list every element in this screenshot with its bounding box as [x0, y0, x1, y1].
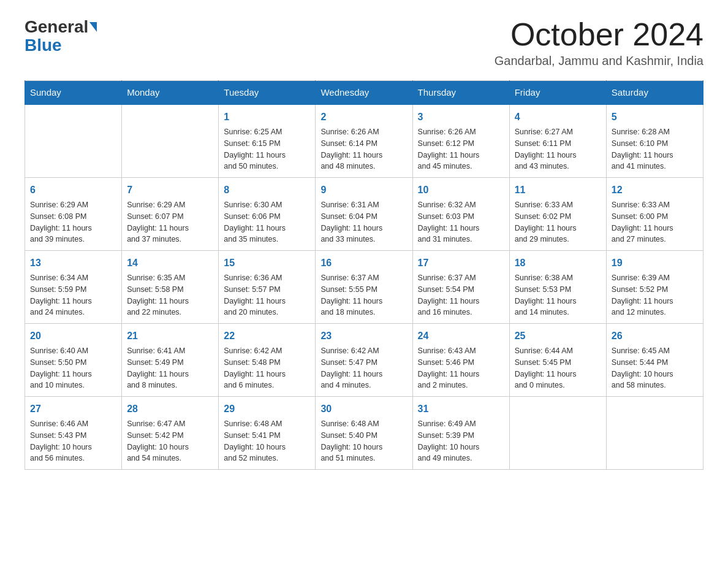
calendar-cell	[122, 104, 219, 178]
header-day-sunday: Sunday	[25, 81, 122, 105]
calendar-cell: 3Sunrise: 6:26 AM Sunset: 6:12 PM Daylig…	[412, 104, 509, 178]
week-row-4: 20Sunrise: 6:40 AM Sunset: 5:50 PM Dayli…	[25, 324, 703, 397]
day-info: Sunrise: 6:46 AM Sunset: 5:43 PM Dayligh…	[30, 418, 116, 464]
day-info: Sunrise: 6:36 AM Sunset: 5:57 PM Dayligh…	[224, 272, 310, 318]
day-number: 30	[320, 402, 407, 416]
day-info: Sunrise: 6:26 AM Sunset: 6:14 PM Dayligh…	[320, 126, 407, 172]
header-day-tuesday: Tuesday	[219, 81, 316, 105]
day-number: 3	[418, 110, 504, 124]
day-number: 29	[224, 402, 310, 416]
day-number: 8	[224, 183, 310, 197]
day-number: 31	[418, 402, 504, 416]
day-number: 20	[30, 329, 116, 343]
calendar-cell: 20Sunrise: 6:40 AM Sunset: 5:50 PM Dayli…	[25, 324, 122, 397]
calendar-table: SundayMondayTuesdayWednesdayThursdayFrid…	[25, 80, 703, 470]
calendar-cell: 6Sunrise: 6:29 AM Sunset: 6:08 PM Daylig…	[25, 178, 122, 251]
day-info: Sunrise: 6:48 AM Sunset: 5:41 PM Dayligh…	[224, 418, 310, 464]
day-number: 23	[320, 329, 407, 343]
calendar-cell: 5Sunrise: 6:28 AM Sunset: 6:10 PM Daylig…	[606, 104, 703, 178]
calendar-cell: 12Sunrise: 6:33 AM Sunset: 6:00 PM Dayli…	[606, 178, 703, 251]
day-info: Sunrise: 6:41 AM Sunset: 5:49 PM Dayligh…	[127, 345, 213, 391]
calendar-cell: 25Sunrise: 6:44 AM Sunset: 5:45 PM Dayli…	[509, 324, 606, 397]
week-row-3: 13Sunrise: 6:34 AM Sunset: 5:59 PM Dayli…	[25, 251, 703, 324]
week-row-1: 1Sunrise: 6:25 AM Sunset: 6:15 PM Daylig…	[25, 104, 703, 178]
day-info: Sunrise: 6:32 AM Sunset: 6:03 PM Dayligh…	[418, 199, 504, 245]
calendar-cell: 24Sunrise: 6:43 AM Sunset: 5:46 PM Dayli…	[412, 324, 509, 397]
calendar-cell: 26Sunrise: 6:45 AM Sunset: 5:44 PM Dayli…	[606, 324, 703, 397]
calendar-body: 1Sunrise: 6:25 AM Sunset: 6:15 PM Daylig…	[25, 104, 703, 470]
day-info: Sunrise: 6:45 AM Sunset: 5:44 PM Dayligh…	[612, 345, 698, 391]
calendar-cell: 11Sunrise: 6:33 AM Sunset: 6:02 PM Dayli…	[509, 178, 606, 251]
day-number: 19	[612, 256, 698, 270]
day-number: 25	[515, 329, 601, 343]
logo-blue-text: Blue	[25, 36, 62, 55]
day-info: Sunrise: 6:42 AM Sunset: 5:48 PM Dayligh…	[224, 345, 310, 391]
calendar-cell: 30Sunrise: 6:48 AM Sunset: 5:40 PM Dayli…	[316, 397, 412, 470]
day-number: 1	[224, 110, 310, 124]
day-number: 26	[612, 329, 698, 343]
day-info: Sunrise: 6:48 AM Sunset: 5:40 PM Dayligh…	[320, 418, 407, 464]
header-day-wednesday: Wednesday	[316, 81, 412, 105]
month-title: October 2024	[495, 18, 703, 50]
calendar-cell: 22Sunrise: 6:42 AM Sunset: 5:48 PM Dayli…	[219, 324, 316, 397]
day-number: 17	[418, 256, 504, 270]
day-number: 12	[612, 183, 698, 197]
day-info: Sunrise: 6:39 AM Sunset: 5:52 PM Dayligh…	[612, 272, 698, 318]
day-info: Sunrise: 6:37 AM Sunset: 5:54 PM Dayligh…	[418, 272, 504, 318]
header-day-thursday: Thursday	[412, 81, 509, 105]
day-number: 9	[320, 183, 407, 197]
calendar-cell: 10Sunrise: 6:32 AM Sunset: 6:03 PM Dayli…	[412, 178, 509, 251]
calendar-cell: 31Sunrise: 6:49 AM Sunset: 5:39 PM Dayli…	[412, 397, 509, 470]
calendar-cell: 23Sunrise: 6:42 AM Sunset: 5:47 PM Dayli…	[316, 324, 412, 397]
week-row-5: 27Sunrise: 6:46 AM Sunset: 5:43 PM Dayli…	[25, 397, 703, 470]
header-day-friday: Friday	[509, 81, 606, 105]
day-number: 7	[127, 183, 213, 197]
logo-arrow-icon	[89, 22, 97, 32]
calendar-cell: 13Sunrise: 6:34 AM Sunset: 5:59 PM Dayli…	[25, 251, 122, 324]
day-number: 2	[320, 110, 407, 124]
day-number: 13	[30, 256, 116, 270]
day-number: 15	[224, 256, 310, 270]
calendar-cell: 17Sunrise: 6:37 AM Sunset: 5:54 PM Dayli…	[412, 251, 509, 324]
calendar-cell: 1Sunrise: 6:25 AM Sunset: 6:15 PM Daylig…	[219, 104, 316, 178]
day-info: Sunrise: 6:44 AM Sunset: 5:45 PM Dayligh…	[515, 345, 601, 391]
day-info: Sunrise: 6:28 AM Sunset: 6:10 PM Dayligh…	[612, 126, 698, 172]
day-info: Sunrise: 6:35 AM Sunset: 5:58 PM Dayligh…	[127, 272, 213, 318]
day-info: Sunrise: 6:25 AM Sunset: 6:15 PM Dayligh…	[224, 126, 310, 172]
day-info: Sunrise: 6:31 AM Sunset: 6:04 PM Dayligh…	[320, 199, 407, 245]
day-info: Sunrise: 6:33 AM Sunset: 6:00 PM Dayligh…	[612, 199, 698, 245]
day-number: 4	[515, 110, 601, 124]
day-info: Sunrise: 6:37 AM Sunset: 5:55 PM Dayligh…	[320, 272, 407, 318]
day-number: 18	[515, 256, 601, 270]
day-number: 16	[320, 256, 407, 270]
day-number: 27	[30, 402, 116, 416]
calendar-cell: 27Sunrise: 6:46 AM Sunset: 5:43 PM Dayli…	[25, 397, 122, 470]
logo-general-text: General	[25, 18, 88, 36]
calendar-cell: 28Sunrise: 6:47 AM Sunset: 5:42 PM Dayli…	[122, 397, 219, 470]
calendar-cell: 16Sunrise: 6:37 AM Sunset: 5:55 PM Dayli…	[316, 251, 412, 324]
day-info: Sunrise: 6:29 AM Sunset: 6:07 PM Dayligh…	[127, 199, 213, 245]
day-info: Sunrise: 6:38 AM Sunset: 5:53 PM Dayligh…	[515, 272, 601, 318]
day-number: 11	[515, 183, 601, 197]
calendar-cell: 21Sunrise: 6:41 AM Sunset: 5:49 PM Dayli…	[122, 324, 219, 397]
day-number: 28	[127, 402, 213, 416]
calendar-cell: 14Sunrise: 6:35 AM Sunset: 5:58 PM Dayli…	[122, 251, 219, 324]
calendar-cell	[509, 397, 606, 470]
day-info: Sunrise: 6:30 AM Sunset: 6:06 PM Dayligh…	[224, 199, 310, 245]
week-row-2: 6Sunrise: 6:29 AM Sunset: 6:08 PM Daylig…	[25, 178, 703, 251]
header-day-saturday: Saturday	[606, 81, 703, 105]
day-number: 14	[127, 256, 213, 270]
calendar-cell: 4Sunrise: 6:27 AM Sunset: 6:11 PM Daylig…	[509, 104, 606, 178]
day-info: Sunrise: 6:29 AM Sunset: 6:08 PM Dayligh…	[30, 199, 116, 245]
day-info: Sunrise: 6:47 AM Sunset: 5:42 PM Dayligh…	[127, 418, 213, 464]
header-row: SundayMondayTuesdayWednesdayThursdayFrid…	[25, 81, 703, 105]
day-info: Sunrise: 6:42 AM Sunset: 5:47 PM Dayligh…	[320, 345, 407, 391]
day-info: Sunrise: 6:27 AM Sunset: 6:11 PM Dayligh…	[515, 126, 601, 172]
calendar-cell: 2Sunrise: 6:26 AM Sunset: 6:14 PM Daylig…	[316, 104, 412, 178]
day-info: Sunrise: 6:26 AM Sunset: 6:12 PM Dayligh…	[418, 126, 504, 172]
calendar-cell: 15Sunrise: 6:36 AM Sunset: 5:57 PM Dayli…	[219, 251, 316, 324]
day-number: 21	[127, 329, 213, 343]
calendar-cell: 18Sunrise: 6:38 AM Sunset: 5:53 PM Dayli…	[509, 251, 606, 324]
calendar-cell: 19Sunrise: 6:39 AM Sunset: 5:52 PM Dayli…	[606, 251, 703, 324]
calendar-cell	[606, 397, 703, 470]
